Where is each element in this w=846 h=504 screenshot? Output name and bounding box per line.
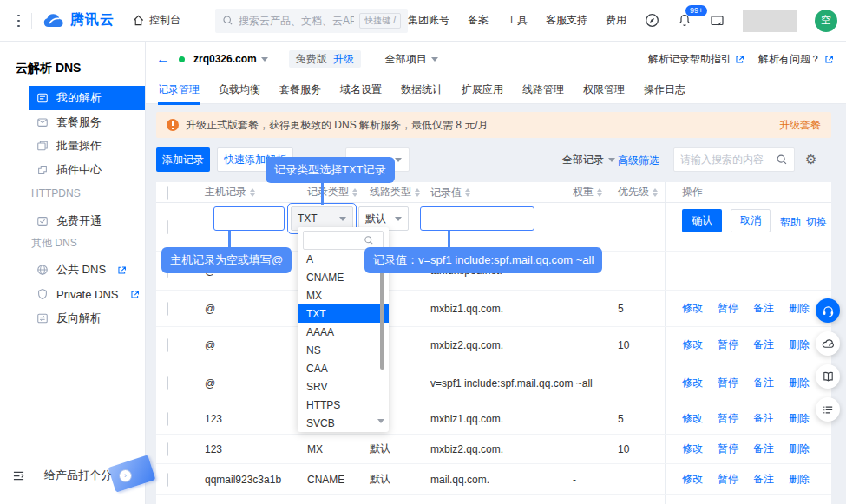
sidebar-item-plugins[interactable]: 插件中心 [29, 158, 145, 182]
edit-link[interactable]: 修改 [682, 376, 703, 390]
remark-link[interactable]: 备注 [753, 411, 774, 426]
rate-product-link[interactable]: 给产品打个分 [44, 468, 112, 483]
remark-link[interactable]: 备注 [753, 472, 774, 487]
row-checkbox[interactable] [167, 473, 168, 487]
dropdown-scrollbar[interactable] [380, 257, 384, 370]
tab-domain-settings[interactable]: 域名设置 [340, 82, 382, 97]
rate-arrow-icon[interactable]: › [119, 469, 132, 482]
compass-icon[interactable] [645, 13, 659, 28]
header-type[interactable]: 记录类型 [307, 185, 370, 200]
dropdown-option-aaaa[interactable]: AAAA [298, 323, 389, 341]
record-search[interactable] [673, 147, 795, 172]
hamburger-menu-icon[interactable] [17, 15, 20, 27]
billing-card-icon[interactable] [710, 14, 725, 28]
delete-link[interactable]: 删除 [789, 376, 810, 390]
tab-record-management[interactable]: 记录管理 [158, 82, 200, 97]
search-icon[interactable] [776, 154, 788, 166]
host-record-input[interactable] [213, 206, 285, 231]
edit-link[interactable]: 修改 [682, 301, 703, 316]
pause-link[interactable]: 暂停 [718, 376, 738, 390]
survey-button[interactable] [816, 397, 840, 422]
sidebar-item-public-dns[interactable]: 公共 DNS [29, 258, 145, 282]
documentation-button[interactable] [816, 364, 840, 389]
record-value-input[interactable] [420, 206, 534, 231]
dropdown-option-svcb[interactable]: SVCB [298, 414, 389, 432]
switch-link[interactable]: 切换 [806, 215, 827, 230]
menu-item-group-account[interactable]: 集团账号 [408, 13, 449, 28]
dropdown-option-https[interactable]: HTTPS [298, 396, 389, 414]
advanced-filter-button[interactable]: 高级筛选 [618, 154, 659, 168]
delete-link[interactable]: 删除 [789, 301, 810, 316]
row-checkbox[interactable] [167, 442, 168, 456]
project-selector[interactable]: 全部项目 [385, 52, 438, 67]
dropdown-option-ns[interactable]: NS [298, 341, 389, 359]
help-guide-link[interactable]: 解析记录帮助指引 [648, 52, 744, 67]
sort-icon[interactable] [465, 188, 470, 197]
customer-service-button[interactable] [816, 298, 840, 323]
sort-icon[interactable] [352, 188, 357, 197]
console-link[interactable]: 控制台 [132, 13, 180, 28]
tab-line-management[interactable]: 线路管理 [522, 82, 564, 97]
tab-load-balancing[interactable]: 负载均衡 [219, 82, 260, 97]
topbar-search[interactable]: 快捷键 / [215, 9, 408, 33]
edit-link[interactable]: 修改 [682, 337, 703, 352]
tencent-cloud-logo[interactable]: 腾讯云 [43, 11, 115, 29]
dns-problem-link[interactable]: 解析有问题？ [758, 52, 834, 67]
upgrade-link[interactable]: 升级 [333, 52, 354, 67]
sort-icon[interactable] [415, 188, 420, 197]
header-value[interactable]: 记录值 [430, 186, 573, 200]
header-weight[interactable]: 权重 [573, 185, 618, 200]
header-host[interactable]: 主机记录 [205, 185, 307, 200]
back-button[interactable]: ← [156, 52, 170, 66]
sidebar-item-batch[interactable]: 批量操作 [29, 134, 145, 158]
header-line[interactable]: 线路类型 [370, 185, 430, 200]
header-priority[interactable]: 优先级 [618, 185, 672, 200]
collapse-sidebar-icon[interactable] [12, 470, 25, 481]
topbar-search-input[interactable] [239, 15, 354, 27]
avatar[interactable]: 空 [815, 10, 837, 32]
dropdown-option-caa[interactable]: CAA [298, 359, 389, 377]
feedback-button[interactable] [816, 331, 840, 356]
confirm-button[interactable]: 确认 [682, 209, 722, 232]
sidebar-item-private-dns[interactable]: Private DNS [29, 282, 145, 306]
tab-statistics[interactable]: 数据统计 [401, 82, 443, 97]
row-checkbox[interactable] [167, 338, 168, 352]
record-search-input[interactable] [680, 154, 771, 166]
dropdown-search-input[interactable] [308, 235, 360, 245]
pause-link[interactable]: 暂停 [718, 442, 738, 456]
notifications[interactable]: 99+ [678, 13, 692, 28]
row-checkbox[interactable] [167, 412, 168, 426]
tab-operation-logs[interactable]: 操作日志 [644, 82, 685, 97]
upgrade-package-link[interactable]: 升级套餐 [779, 118, 821, 133]
remark-link[interactable]: 备注 [753, 442, 774, 456]
sort-icon[interactable] [653, 188, 658, 197]
delete-link[interactable]: 删除 [789, 442, 810, 456]
tab-packages[interactable]: 套餐服务 [279, 82, 321, 97]
select-all-checkbox[interactable] [167, 186, 168, 200]
sort-icon[interactable] [250, 188, 255, 197]
dropdown-option-mx[interactable]: MX [298, 286, 389, 304]
edit-link[interactable]: 修改 [682, 472, 703, 487]
delete-link[interactable]: 删除 [789, 337, 810, 352]
edit-link[interactable]: 修改 [682, 442, 703, 456]
row-checkbox[interactable] [167, 376, 168, 390]
pause-link[interactable]: 暂停 [718, 472, 738, 487]
help-link[interactable]: 帮助 [780, 215, 801, 230]
pause-link[interactable]: 暂停 [718, 301, 738, 316]
menu-item-tools[interactable]: 工具 [507, 13, 528, 28]
menu-item-icp[interactable]: 备案 [468, 13, 489, 28]
remark-link[interactable]: 备注 [753, 301, 774, 316]
remark-link[interactable]: 备注 [753, 376, 774, 390]
row-checkbox[interactable] [167, 302, 168, 316]
remark-link[interactable]: 备注 [753, 337, 774, 352]
sort-icon[interactable] [597, 188, 602, 197]
menu-item-support[interactable]: 客服支持 [546, 13, 587, 28]
delete-link[interactable]: 删除 [789, 472, 810, 487]
pause-link[interactable]: 暂停 [718, 337, 738, 352]
dropdown-option-srv[interactable]: SRV [298, 377, 389, 396]
menu-item-billing[interactable]: 费用 [606, 13, 626, 28]
sidebar-item-packages[interactable]: 套餐服务 [29, 110, 145, 134]
table-settings-gear-icon[interactable]: ⚙ [805, 153, 816, 166]
delete-link[interactable]: 删除 [789, 411, 810, 426]
dropdown-option-txt-selected[interactable]: TXT [298, 304, 389, 323]
